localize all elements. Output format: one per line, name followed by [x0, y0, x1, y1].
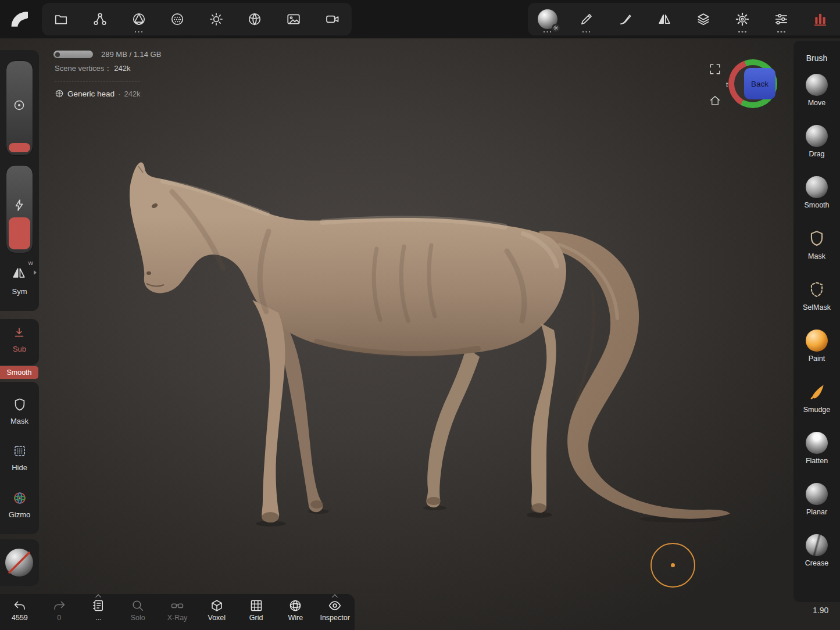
settings-gear-button[interactable]: [723, 3, 762, 35]
bottom-grid-button[interactable]: Grid: [237, 594, 276, 630]
redo-icon: [52, 599, 66, 613]
undo-icon: [13, 599, 27, 613]
voxel-icon: [210, 599, 224, 613]
brush-tool-move[interactable]: Move: [806, 70, 828, 121]
history-stamps-icon: [813, 12, 828, 27]
active-tool-banner: Smooth: [0, 366, 38, 379]
pencil-icon: [579, 12, 594, 27]
bottom-toolbar: 45590...SoloX-RayVoxelGridWireInspector: [0, 594, 355, 630]
scene-vertices-value: 242k: [114, 64, 130, 73]
memory-progress-bar[interactable]: [53, 51, 93, 58]
bottom-xray-button[interactable]: X-Ray: [158, 594, 197, 630]
background-image-button[interactable]: [274, 3, 313, 35]
material-disabled-button[interactable]: [5, 549, 33, 577]
shield-icon: [807, 227, 826, 250]
gizmo-icon: [12, 491, 27, 506]
layers-icon: [696, 12, 711, 27]
brush-tool-flatten[interactable]: Flatten: [806, 428, 828, 479]
fullscreen-button[interactable]: [709, 63, 721, 76]
bottom-item-label: Grid: [249, 614, 263, 622]
sliders-button[interactable]: [762, 3, 801, 35]
bottom-item-label: Voxel: [208, 614, 226, 622]
scene-object-row[interactable]: Generic head · 242k: [55, 89, 141, 98]
matcap-sphere-icon: [538, 9, 557, 29]
download-icon: [12, 325, 26, 339]
brush-tool-paint[interactable]: Paint: [806, 325, 828, 377]
solo-icon: [131, 599, 145, 613]
mask-shield-icon: [12, 397, 27, 412]
wire-icon: [288, 599, 302, 613]
bottom-wire-button[interactable]: Wire: [276, 594, 315, 630]
brush-tool-label: Smooth: [804, 201, 829, 209]
lighting-sun-button[interactable]: [197, 3, 236, 35]
mesh-voxel-button[interactable]: [119, 3, 158, 35]
more-options-dots-icon: [135, 31, 143, 33]
layers-button[interactable]: [684, 3, 723, 35]
brush-tool-planar[interactable]: Planar: [806, 479, 828, 530]
brush-tool-smudge[interactable]: Smudge: [803, 377, 831, 428]
brush-tool-smooth[interactable]: Smooth: [804, 172, 829, 223]
brush-tool-crease[interactable]: Crease: [805, 530, 828, 581]
brush-tool-list: MoveDragSmoothMaskSelMaskPaintSmudgeFlat…: [793, 70, 840, 581]
bottom-inspector-button[interactable]: Inspector: [315, 594, 355, 630]
sub-button[interactable]: Sub: [0, 319, 39, 365]
scene-graph-icon: [92, 12, 108, 27]
top-toolbar: [0, 0, 840, 38]
left-tool-label: Mask: [10, 417, 28, 425]
topology-sphere-icon: [170, 12, 185, 27]
topology-sphere-button[interactable]: [158, 3, 197, 35]
scene-vertices: Scene vertices：242k: [55, 63, 130, 74]
sphere-rough-icon: [806, 176, 828, 199]
symmetry-button[interactable]: W Sym: [0, 260, 39, 308]
material-sphere-button[interactable]: [235, 3, 274, 35]
bottom-undo-button[interactable]: 4559: [0, 594, 40, 630]
scene-list-separator: [55, 81, 140, 81]
brush-tool-label: Smudge: [803, 406, 831, 414]
folder-button[interactable]: [42, 3, 81, 35]
smudge-icon: [807, 380, 826, 403]
brush-radius-slider[interactable]: [6, 60, 33, 156]
left-panel-sub: Sub: [0, 319, 39, 365]
scene-vertices-label: Scene vertices：: [55, 64, 112, 73]
mirror-button[interactable]: [645, 3, 684, 35]
brush-tool-label: SelMask: [803, 303, 831, 312]
sub-label: Sub: [0, 345, 39, 353]
brush-intensity-slider[interactable]: [6, 165, 33, 253]
left-panel-sliders: W Sym: [0, 50, 39, 311]
brush-tool-label: Crease: [805, 559, 828, 567]
bottom-voxel-button[interactable]: Voxel: [197, 594, 237, 630]
brush-tool-selmask[interactable]: SelMask: [803, 274, 831, 325]
bottom-item-label: Solo: [131, 614, 145, 622]
left-tool-gizmo[interactable]: Gizmo: [0, 491, 39, 519]
camera-button[interactable]: [313, 3, 352, 35]
radius-target-icon: [12, 98, 26, 112]
pencil-button[interactable]: [567, 3, 606, 35]
bottom-item-label: ...: [95, 614, 101, 622]
brush-tool-drag[interactable]: Drag: [806, 121, 828, 172]
gizmo-face-back[interactable]: Back: [744, 68, 775, 99]
history-stamps-button[interactable]: [801, 3, 840, 35]
paintbrush-button[interactable]: [606, 3, 645, 35]
matcap-sphere-button[interactable]: [528, 3, 567, 35]
left-tool-mask[interactable]: Mask: [0, 397, 39, 425]
brush-cursor-circle: [650, 543, 695, 588]
scene-graph-button[interactable]: [81, 3, 120, 35]
bottom-notebook-button[interactable]: ...: [79, 594, 119, 630]
sphere-flatten-icon: [806, 431, 828, 454]
more-options-dots-icon: [738, 31, 746, 33]
brush-panel: Brush MoveDragSmoothMaskSelMaskPaintSmud…: [793, 41, 840, 602]
inspector-icon: [328, 599, 342, 613]
lighting-sun-icon: [209, 12, 224, 27]
more-options-dots-icon: [582, 31, 591, 33]
bottom-item-label: 4559: [12, 614, 28, 622]
grid-icon: [249, 599, 263, 613]
brush-tool-mask[interactable]: Mask: [807, 223, 826, 274]
orientation-gizmo[interactable]: t Back: [728, 59, 782, 110]
brush-tool-label: Mask: [808, 252, 825, 260]
left-tool-hide[interactable]: Hide: [0, 443, 39, 472]
bottom-redo-button[interactable]: 0: [40, 594, 79, 630]
bottom-solo-button[interactable]: Solo: [118, 594, 158, 630]
sphere-move-icon: [806, 73, 828, 96]
home-view-button[interactable]: [709, 94, 721, 107]
sphere-planar-icon: [806, 482, 828, 506]
